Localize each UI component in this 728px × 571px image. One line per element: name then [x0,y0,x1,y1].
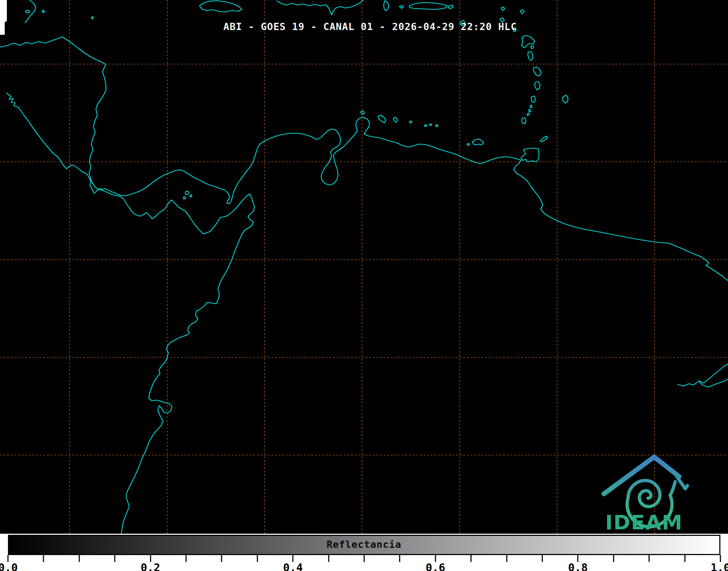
island-la-orchila [409,121,412,123]
coastline-belize-coast-fragment [25,0,36,23]
island-los-roques-1 [424,125,427,127]
island-puerto-rico [409,3,447,9]
colorbar-tick-label: 0.0 [0,561,18,571]
colorbar-minor-tick [186,555,187,562]
island-grenadine-3 [527,113,529,116]
satellite-image-viewer: IDEAM ABI - GOES 19 - CANAL 01 - 2026-04… [0,0,728,571]
colorbar-minor-tick [613,555,614,562]
colorbar-minor-tick [542,555,543,562]
island-aruba [361,111,365,114]
coastline-pacific-mainland-coast [7,93,254,534]
colorbar-minor-tick [471,555,472,562]
island-providencia [91,17,93,19]
island-los-roques-3 [435,125,438,127]
island-antigua [520,10,524,14]
island-los-roques-2 [429,124,432,126]
colorbar-minor-tick [114,555,115,562]
island-margarita [472,139,484,145]
island-pearl-island-2 [183,197,186,199]
island-bonaire [394,117,397,122]
ideam-logo-text: IDEAM [605,511,683,534]
colorbar-minor-tick [328,555,329,562]
colorbar-tick-label: 0.4 [283,561,303,571]
colorbar-tick-label: 0.8 [568,561,588,571]
island-st-lucia [535,81,540,90]
island-martinique [533,67,541,76]
map-canvas: IDEAM [0,0,728,534]
island-barbados [563,95,568,103]
island-vieques [399,5,404,8]
coastline-caribbean-mainland-coast [0,37,728,281]
colorbar-minor-tick [364,555,365,562]
colorbar-minor-tick [257,555,258,562]
coastline-hispaniola-south-coast [277,0,363,15]
colorbar-minor-tick [399,555,400,562]
coastlines-layer [0,0,728,534]
island-pearl-island-3 [190,195,192,197]
colorbar-minor-tick [684,555,685,562]
image-title: ABI - GOES 19 - CANAL 01 - 2026-04-29 22… [0,21,728,32]
colorbar-minor-tick [79,555,80,562]
colorbar-minor-tick [649,555,650,562]
colorbar-label: Reflectancia [0,539,728,550]
colorbar-minor-tick [43,555,44,562]
island-tobago [540,136,547,142]
grid-layer [0,0,728,534]
island-trinidad [521,148,539,162]
island-roatan [25,10,30,13]
island-marie-galante [531,46,534,49]
island-mona [384,1,389,11]
island-grenadine-2 [529,109,531,112]
ideam-logo: IDEAM [604,457,687,534]
island-guanaja [42,10,45,13]
island-pearl-island-1 [185,191,189,195]
colorbar-tick-label: 0.2 [141,561,160,571]
colorbar-zone: Reflectancia 0.00.20.40.60.81.0 [0,534,728,571]
island-st-vincent [531,96,535,102]
island-jamaica [199,1,242,12]
island-dominica [528,51,533,60]
island-grenadine-1 [530,105,532,108]
island-anguilla-dot [501,7,505,11]
island-grenada [522,118,526,124]
colorbar-tick-label: 1.0 [711,561,728,571]
colorbar-tick-label: 0.6 [426,561,445,571]
colorbar-minor-tick [506,555,507,562]
island-st-croix [448,5,453,9]
island-coche-dot [467,143,470,146]
island-curacao [378,115,386,123]
colorbar-minor-tick [221,555,222,562]
